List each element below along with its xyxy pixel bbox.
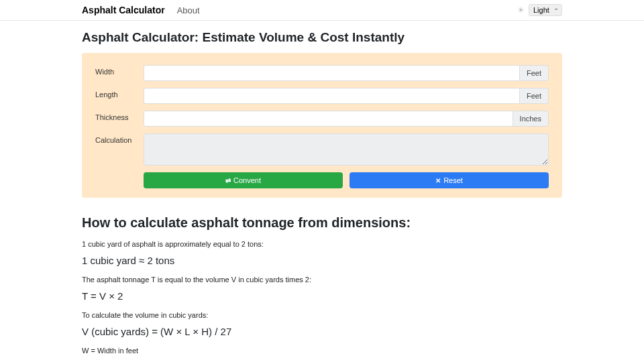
thickness-label: Thickness bbox=[95, 111, 144, 121]
howto-formula-3: V (cubic yards) = (W × L × H) / 27 bbox=[82, 326, 562, 337]
reset-button-label: Reset bbox=[443, 176, 463, 184]
close-icon: ✕ bbox=[435, 177, 441, 184]
convert-button-label: Convent bbox=[233, 176, 261, 184]
calculator-card: Width Feet Length Feet Thickness Inches … bbox=[82, 53, 562, 198]
length-unit: Feet bbox=[520, 88, 549, 104]
thickness-unit: Inches bbox=[513, 111, 549, 127]
thickness-input[interactable] bbox=[144, 111, 513, 127]
calculation-label: Calculation bbox=[95, 133, 144, 144]
howto-prose: 1 cubic yard of asphalt is approximately… bbox=[82, 240, 562, 362]
howto-heading: How to calculate asphalt tonnage from di… bbox=[82, 215, 562, 231]
navbar: Asphalt Calculator About ☀ Light bbox=[0, 0, 644, 21]
length-label: Length bbox=[95, 88, 144, 99]
theme-select[interactable]: Light bbox=[529, 4, 562, 16]
howto-p3: To calculate the volume in cubic yards: bbox=[82, 311, 562, 319]
page-title: Asphalt Calculator: Estimate Volume & Co… bbox=[82, 30, 562, 45]
reset-button[interactable]: ✕ Reset bbox=[350, 172, 549, 188]
howto-p1: 1 cubic yard of asphalt is approximately… bbox=[82, 240, 562, 248]
width-input[interactable] bbox=[144, 65, 520, 81]
howto-p4: W = Width in feet bbox=[82, 347, 562, 355]
width-unit: Feet bbox=[520, 65, 549, 81]
howto-formula-1: 1 cubic yard ≈ 2 tons bbox=[82, 255, 562, 266]
length-input[interactable] bbox=[144, 88, 520, 104]
howto-p2: The asphalt tonnage T is equal to the vo… bbox=[82, 276, 562, 284]
nav-about-link[interactable]: About bbox=[177, 5, 200, 15]
sun-icon: ☀ bbox=[517, 5, 525, 15]
howto-formula-2: T = V × 2 bbox=[82, 290, 562, 302]
width-label: Width bbox=[95, 65, 144, 76]
calculation-output bbox=[144, 133, 549, 166]
brand[interactable]: Asphalt Calculator bbox=[82, 5, 165, 15]
convert-icon: ⇄ bbox=[225, 177, 231, 184]
convert-button[interactable]: ⇄ Convent bbox=[144, 172, 343, 188]
